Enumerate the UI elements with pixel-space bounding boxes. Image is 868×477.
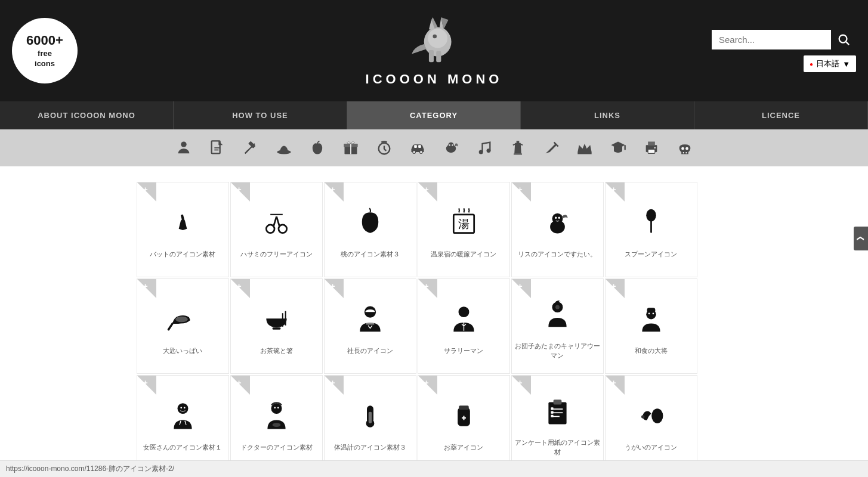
svg-rect-66 — [650, 221, 652, 233]
icon-label-peach: 桃のアイコン素材３ — [338, 250, 403, 259]
icon-label-doctor: ドクターのアイコン素材 — [237, 443, 316, 452]
lang-label: 日本語 — [816, 58, 839, 69]
svg-rect-80 — [647, 308, 655, 312]
add-badge — [325, 182, 344, 202]
svg-point-48 — [654, 147, 655, 148]
nav-howto[interactable]: HOW TO USE — [174, 101, 347, 129]
icon-card-salaryman[interactable]: サラリーマン — [418, 278, 510, 374]
svg-point-49 — [681, 147, 684, 150]
icon-card-squirrel[interactable]: リスのアイコンですたい。 — [511, 182, 604, 277]
svg-point-63 — [555, 216, 557, 218]
scissors-icon — [260, 200, 293, 245]
nav-licence[interactable]: LICENCE — [694, 101, 868, 129]
icon-label-spoon: スプーンアイコン — [622, 250, 680, 259]
squirrel-icon-card — [541, 200, 574, 245]
icon-card-gargle[interactable]: うがいのアイコン — [605, 375, 697, 470]
svg-point-82 — [652, 312, 654, 314]
svg-line-56 — [273, 216, 276, 226]
icon-card-clipboard[interactable]: アンケート用紙のアイコン素材 — [511, 375, 604, 470]
icon-grid: バットのアイコン素材 ハサミのフリーアイコン — [136, 172, 733, 477]
cat-skull-icon[interactable] — [674, 137, 696, 159]
icon-card-spoon[interactable]: スプーンアイコン — [605, 182, 697, 277]
svg-line-57 — [276, 216, 279, 226]
icon-card-thermometer[interactable]: 体温計のアイコン素材３ — [324, 375, 416, 470]
icon-label-thermometer: 体温計のアイコン素材３ — [331, 443, 409, 452]
svg-point-26 — [419, 151, 422, 154]
svg-marker-41 — [577, 144, 591, 152]
add-badge — [606, 182, 625, 202]
icon-card-ladle[interactable]: 大匙いっぱい — [137, 278, 229, 374]
svg-point-108 — [641, 415, 645, 419]
cat-printer-icon[interactable] — [640, 137, 663, 159]
svg-rect-8 — [437, 51, 441, 62]
icon-card-peach[interactable]: 桃のアイコン素材３ — [324, 182, 416, 277]
svg-point-77 — [555, 301, 560, 305]
svg-point-11 — [181, 142, 186, 147]
icon-label-chef: 和食の大将 — [632, 346, 671, 355]
svg-point-68 — [175, 316, 188, 322]
logo-line2: free — [38, 49, 52, 59]
nav-links[interactable]: LINKS — [521, 101, 694, 129]
icon-label-clipboard: アンケート用紙のアイコン素材 — [512, 438, 603, 457]
icon-label-bat: バットのアイコン素材 — [147, 250, 218, 259]
cat-apple-icon[interactable] — [306, 137, 329, 159]
svg-rect-42 — [577, 152, 591, 154]
add-badge — [512, 182, 531, 202]
cat-crown-icon[interactable] — [573, 137, 596, 159]
search-button[interactable] — [831, 29, 856, 49]
cat-pencil-icon[interactable] — [540, 137, 563, 159]
icon-label-medicine: お薬アイコン — [441, 443, 486, 452]
svg-rect-105 — [551, 411, 553, 414]
clipboard-icon — [541, 389, 574, 433]
search-input[interactable] — [712, 30, 831, 49]
cat-graduation-icon[interactable] — [607, 137, 629, 159]
icon-card-chef[interactable]: 和食の大将 — [605, 278, 697, 374]
add-badge — [325, 376, 344, 395]
spoon-icon — [635, 200, 668, 245]
cat-music-icon[interactable] — [473, 137, 496, 159]
bat-icon — [166, 200, 199, 245]
site-title: ICOOON MONO — [366, 72, 503, 87]
cat-lighthouse-icon[interactable] — [506, 137, 529, 159]
medicine-icon — [447, 394, 480, 438]
chevron-down-icon: ▼ — [842, 60, 850, 69]
nav-about[interactable]: ABOUT ICOOON MONO — [0, 101, 174, 129]
icon-label-scissors: ハサミのフリーアイコン — [237, 250, 316, 259]
cat-car-icon[interactable] — [406, 137, 429, 159]
cat-file-icon[interactable] — [206, 137, 228, 159]
svg-point-90 — [277, 407, 279, 408]
language-selector[interactable]: ● 日本語 ▼ — [804, 55, 856, 72]
add-badge — [231, 376, 250, 395]
cat-animal-icon[interactable] — [440, 137, 462, 159]
careerwoman-icon — [541, 292, 574, 337]
icon-card-onsen[interactable]: 湯 温泉宿の暖簾アイコン — [418, 182, 510, 277]
sidebar-toggle[interactable]: ❮ — [854, 227, 868, 250]
icon-card-bat[interactable]: バットのアイコン素材 — [137, 182, 229, 277]
search-bar — [712, 29, 856, 49]
icon-card-medicine[interactable]: お薬アイコン — [418, 375, 510, 470]
cat-hat-icon[interactable] — [273, 137, 295, 159]
svg-point-85 — [183, 407, 185, 408]
icon-card-scissors[interactable]: ハサミのフリーアイコン — [230, 182, 323, 277]
cat-gift-icon[interactable] — [339, 137, 362, 159]
icon-card-careerwoman[interactable]: お団子あたまのキャリアウーマン — [511, 278, 604, 374]
add-badge — [418, 376, 437, 395]
cat-clock-icon[interactable] — [373, 137, 396, 159]
header: 6000+ free icons ICOOON MONO — [0, 0, 868, 101]
cat-medical-icon[interactable] — [239, 137, 262, 159]
ladle-icon — [166, 297, 199, 342]
icon-card-femaledoctor[interactable]: 女医さんのアイコン素材１ — [137, 375, 229, 470]
nav-category[interactable]: CATEGORY — [347, 101, 521, 129]
svg-rect-7 — [429, 49, 434, 61]
add-badge — [231, 279, 250, 298]
add-badge — [137, 182, 156, 202]
svg-point-89 — [274, 407, 276, 408]
svg-rect-69 — [272, 327, 280, 329]
cat-person-icon[interactable] — [172, 137, 195, 159]
icon-card-bowl[interactable]: お茶碗と箸 — [230, 278, 323, 374]
svg-rect-36 — [514, 153, 522, 154]
svg-rect-73 — [366, 323, 374, 324]
icon-card-doctor[interactable]: ドクターのアイコン素材 — [230, 375, 323, 470]
svg-line-67 — [168, 323, 172, 329]
icon-card-boss[interactable]: 社長のアイコン — [324, 278, 416, 374]
